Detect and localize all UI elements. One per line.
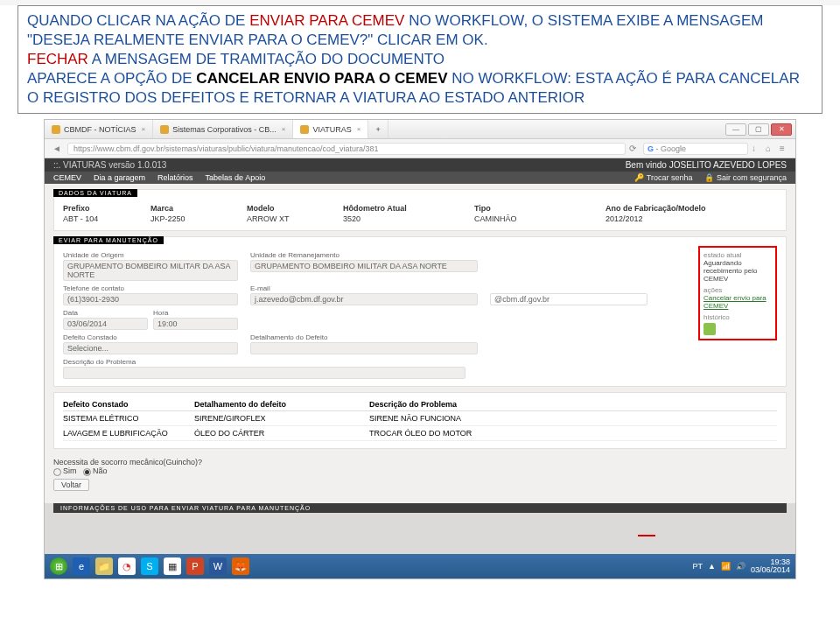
instr-highlight: ENVIAR PARA CEMEV — [249, 12, 404, 29]
col-tipo: Tipo — [474, 204, 606, 213]
val-ano: 2012/2012 — [606, 214, 746, 223]
socorro-label: Necessita de socorro mecânico(Guincho)? — [53, 458, 787, 466]
tray-lang[interactable]: PT — [693, 562, 704, 571]
col-modelo: Modelo — [247, 204, 343, 213]
browser-tabbar: CBMDF - NOTÍCIAS× Sistemas Corporativos … — [45, 120, 795, 139]
instr-cancel: CANCELAR ENVIO PARA O CEMEV — [196, 70, 447, 87]
menu-icon[interactable]: ≡ — [780, 144, 790, 154]
col-hodometro: Hôdometro Atual — [343, 204, 474, 213]
panel-label: DADOS DA VIATURA — [53, 189, 137, 197]
input-descricao[interactable] — [63, 367, 466, 379]
col-ano: Ano de Fabricação/Modelo — [606, 204, 746, 213]
label-hora: Hora — [153, 309, 238, 317]
link-trocar-senha[interactable]: 🔑 Trocar senha — [634, 173, 692, 182]
browser-tab[interactable]: Sistemas Corporativos - CB...× — [153, 120, 293, 138]
ie-icon[interactable]: e — [73, 557, 90, 575]
label-defeito: Defeito Constado — [63, 333, 238, 341]
tray-network-icon[interactable]: 📶 — [721, 562, 731, 571]
select-defeito[interactable]: Selecione... — [63, 342, 238, 354]
radio-nao-label: Não — [93, 466, 108, 475]
historico-icon[interactable] — [704, 323, 716, 335]
menu-garagem[interactable]: Dia a garagem — [94, 173, 145, 182]
chrome-icon[interactable]: ◔ — [118, 557, 136, 575]
close-tab-icon[interactable]: × — [282, 125, 286, 133]
link-cancelar-envio[interactable]: Cancelar envio para CEMEV — [704, 294, 772, 310]
info-bar: INFORMAÇÕES DE USO PARA ENVIAR VIATURA P… — [53, 503, 787, 513]
close-tab-icon[interactable]: × — [357, 125, 361, 133]
app-title: ::. VIATURAS versão 1.0.013 — [53, 160, 166, 170]
start-button[interactable]: ⊞ — [50, 557, 67, 575]
radio-nao[interactable] — [83, 468, 91, 476]
link-sair[interactable]: 🔒 Sair com segurança — [704, 173, 787, 182]
input-email[interactable]: j.azevedo@cbm.df.gov.br — [250, 293, 478, 305]
browser-tab-active[interactable]: VIATURAS× — [293, 120, 368, 138]
col-def-constado: Defeito Constado — [63, 400, 194, 409]
instr-text-4: APARECE A OPÇÃO DE — [27, 70, 196, 87]
panel-dados-viatura: DADOS DA VIATURA Prefixo Marca Modelo Hô… — [53, 189, 787, 231]
radio-sim-label: Sim — [63, 466, 77, 475]
input-unid-rem[interactable]: GRUPAMENTO BOMBEIRO MILITAR DA ASA NORTE — [250, 260, 478, 272]
close-window-button[interactable]: ✕ — [771, 123, 792, 136]
instr-text-3: A MENSAGEM DE TRAMITAÇÃO DO DOCUMENTO — [88, 51, 444, 67]
skype-icon[interactable]: S — [141, 557, 158, 575]
welcome-text: Bem vindo JOSELITO AZEVEDO LOPES — [626, 160, 787, 170]
close-tab-icon[interactable]: × — [142, 125, 146, 133]
explorer-icon[interactable]: 📁 — [95, 557, 113, 575]
input-hora[interactable]: 19:00 — [153, 318, 238, 330]
menu-cemev[interactable]: CEMEV — [53, 173, 81, 182]
downloads-icon[interactable]: ↓ — [752, 144, 762, 154]
instr-text: QUANDO CLICAR NA AÇÃO DE — [27, 12, 249, 29]
input-unid-origem[interactable]: GRUPAMENTO BOMBEIRO MILITAR DA ASA NORTE — [63, 260, 238, 281]
firefox-icon[interactable]: 🦊 — [232, 557, 249, 575]
input-data[interactable]: 03/06/2014 — [63, 318, 148, 330]
socorro-section: Necessita de socorro mecânico(Guincho)? … — [53, 454, 787, 494]
table-row: LAVAGEM E LUBRIFICAÇÃOÓLEO DO CÁRTERTROC… — [63, 426, 777, 441]
label-email: E-mail — [250, 284, 478, 292]
actions-box: estado atual Aguardando recebimento pelo… — [698, 246, 777, 340]
col-def-descricao: Descrição do Problema — [369, 400, 614, 409]
val-hodometro: 3520 — [343, 214, 474, 223]
tray-date[interactable]: 03/06/2014 — [751, 566, 790, 574]
label-data: Data — [63, 309, 148, 317]
minimize-button[interactable]: — — [725, 123, 746, 136]
word-icon[interactable]: W — [209, 557, 227, 575]
email-domain: @cbm.df.gov.br — [490, 293, 648, 305]
instr-fechar: FECHAR — [27, 51, 88, 67]
table-row: SISTEMA ELÉTRICOSIRENE/GIROFLEXSIRENE NÃ… — [63, 411, 777, 426]
tray-flag-icon[interactable]: ▲ — [708, 562, 716, 571]
val-modelo: ARROW XT — [247, 214, 343, 223]
powerpoint-icon[interactable]: P — [186, 557, 204, 575]
url-input[interactable]: https://www.cbm.df.gov.br/sistemas/viatu… — [67, 143, 626, 155]
acoes-label: ações — [704, 286, 772, 294]
historico-label: histórico — [704, 313, 772, 321]
new-tab-button[interactable]: + — [368, 120, 388, 138]
app-icon[interactable]: ▦ — [164, 557, 181, 575]
menu-relatorios[interactable]: Relatórios — [158, 173, 193, 182]
col-def-detalhe: Detalhamento do defeito — [194, 400, 369, 409]
address-bar: ◄ https://www.cbm.df.gov.br/sistemas/via… — [45, 139, 795, 158]
favicon — [160, 125, 169, 134]
maximize-button[interactable]: ▢ — [748, 123, 769, 136]
label-unid-origem: Unidade de Origem — [63, 251, 238, 259]
label-detalhe: Detalhamento do Defeito — [250, 333, 478, 341]
back-button[interactable]: ◄ — [50, 142, 64, 156]
menu-tabelas[interactable]: Tabelas de Apoio — [206, 173, 266, 182]
windows-taskbar: ⊞ e 📁 ◔ S ▦ P W 🦊 PT ▲ 📶 🔊 19:38 03/06/2… — [45, 554, 795, 578]
label-unid-rem: Unidade de Remanejamento — [250, 251, 478, 259]
radio-sim[interactable] — [53, 468, 61, 476]
voltar-button[interactable]: Voltar — [53, 479, 89, 491]
app-header: ::. VIATURAS versão 1.0.013 Bem vindo JO… — [45, 158, 795, 172]
input-telefone[interactable]: (61)3901-2930 — [63, 293, 238, 305]
browser-tab[interactable]: CBMDF - NOTÍCIAS× — [45, 120, 153, 138]
favicon — [52, 125, 60, 134]
tray-volume-icon[interactable]: 🔊 — [736, 562, 746, 571]
home-icon[interactable]: ⌂ — [766, 144, 776, 154]
browser-window: CBMDF - NOTÍCIAS× Sistemas Corporativos … — [44, 119, 796, 579]
val-prefixo: ABT - 104 — [63, 214, 150, 223]
search-input[interactable]: G - Google — [643, 143, 748, 155]
estado-value: Aguardando recebimento pelo CEMEV — [704, 259, 772, 283]
favicon — [300, 125, 309, 134]
reload-icon[interactable]: ⟳ — [629, 144, 640, 154]
estado-label: estado atual — [704, 251, 772, 259]
input-detalhe[interactable] — [250, 342, 478, 354]
